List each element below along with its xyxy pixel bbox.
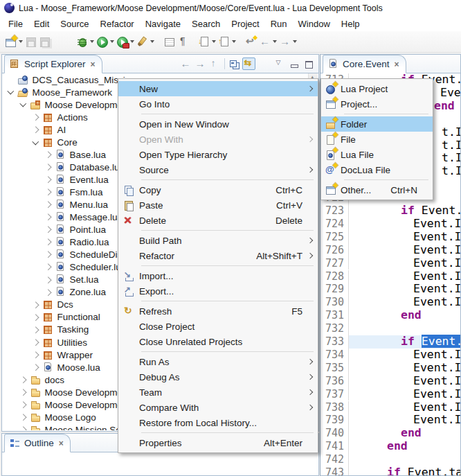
chevron-right-icon[interactable] [33,351,39,358]
code-line[interactable]: 730Event.I [321,296,460,309]
dropdown-arrow-icon[interactable] [130,40,134,43]
menu-item-file[interactable]: File [321,132,433,147]
dropdown-arrow-icon[interactable] [273,40,277,43]
menu-item-copy[interactable]: CopyCtrl+C [118,182,318,197]
chevron-right-icon[interactable] [45,289,51,295]
dropdown-arrow-icon[interactable] [232,40,236,43]
chevron-right-icon[interactable] [33,314,39,320]
code-line-current[interactable]: 733if Event. [321,335,460,349]
menu-item-build-path[interactable]: Build Path [118,233,318,248]
view-menu-button[interactable] [273,58,287,70]
close-icon[interactable]: × [59,439,64,448]
menu-item-run-as[interactable]: Run As [118,354,318,369]
menubar-item-project[interactable]: Project [226,17,264,30]
menu-item-restore-from-local-history-[interactable]: Restore from Local History... [118,415,318,430]
chevron-right-icon[interactable] [20,389,26,396]
last-edit-location-button[interactable] [244,33,258,50]
code-line[interactable]: 727Event.I [321,257,460,270]
run-button[interactable] [96,33,116,50]
menu-item-doclua-file[interactable]: DocLua File [321,162,433,177]
prev-annotation-button[interactable] [217,33,237,50]
menu-item-go-into[interactable]: Go Into [118,96,318,112]
dropdown-arrow-icon[interactable] [150,40,154,43]
chevron-right-icon[interactable] [45,214,51,220]
menubar-item-edit[interactable]: Edit [28,17,55,30]
menu-item-new[interactable]: New [118,81,318,96]
menu-item-open-type-hierarchy[interactable]: Open Type Hierarchy [118,147,318,162]
dropdown-arrow-icon[interactable] [19,40,23,43]
dropdown-arrow-icon[interactable] [110,40,114,43]
menu-item-other-[interactable]: Other...Ctrl+N [321,182,433,197]
menu-item-refresh[interactable]: RefreshF5 [118,303,318,319]
close-icon[interactable]: × [395,60,399,69]
code-line[interactable]: 739Event.I [321,414,460,427]
chevron-right-icon[interactable] [20,427,26,430]
code-line[interactable]: 738Event.I [321,401,460,414]
dropdown-arrow-icon[interactable] [293,40,297,43]
tab-outline[interactable]: Outline × [4,434,71,452]
menubar-item-refactor[interactable]: Refactor [95,17,140,30]
menu-item-team[interactable]: Team [118,385,318,400]
dropdown-arrow-icon[interactable] [212,40,216,43]
menu-item-debug-as[interactable]: Debug As [118,369,318,385]
code-line[interactable]: 736Event.I [321,375,460,388]
chevron-right-icon[interactable] [33,326,39,333]
menubar-item-help[interactable]: Help [336,17,365,30]
new-wizard-button[interactable] [4,33,24,50]
next-annotation-button[interactable] [197,33,217,50]
code-line[interactable]: 735Event.I [321,362,460,375]
menu-item-delete[interactable]: DeleteDelete [118,213,318,228]
chevron-right-icon[interactable] [20,377,26,383]
chevron-right-icon[interactable] [45,202,51,208]
chevron-right-icon[interactable] [33,301,39,308]
menu-item-import-[interactable]: Import... [118,268,318,283]
forward-button[interactable] [278,33,298,50]
menu-item-close-unrelated-projects[interactable]: Close Unrelated Projects [118,334,318,349]
menu-item-close-project[interactable]: Close Project [118,319,318,334]
chevron-right-icon[interactable] [20,414,26,421]
back-history-button[interactable] [179,58,192,70]
code-line[interactable]: 737Event.I [321,388,460,401]
close-icon[interactable]: × [91,60,96,69]
block-selection-button[interactable] [163,33,177,50]
code-line[interactable]: 724Event.I [321,218,460,231]
menu-item-export-[interactable]: Export... [118,283,318,299]
chevron-right-icon[interactable] [45,239,51,245]
minimize-button[interactable] [288,58,301,70]
menubar-item-navigate[interactable]: Navigate [140,17,186,30]
menu-item-properties[interactable]: PropertiesAlt+Enter [118,435,318,450]
show-whitespace-button[interactable] [177,33,190,50]
code-line[interactable]: 743if Event.ta [321,466,460,475]
menu-item-lua-project[interactable]: Lua Project [321,81,433,96]
tab-core-event[interactable]: Core.Event × [323,55,406,73]
back-button[interactable] [258,33,278,50]
chevron-right-icon[interactable] [45,252,51,258]
code-line[interactable]: 726Event.I [321,244,460,257]
menu-item-folder[interactable]: Folder [321,116,433,132]
code-line[interactable]: 728Event.I [321,270,460,283]
chevron-right-icon[interactable] [45,152,51,158]
menu-item-compare-with[interactable]: Compare With [118,400,318,415]
menu-item-refactor[interactable]: RefactorAlt+Shift+T [118,248,318,263]
code-line[interactable]: 732 [321,322,460,335]
chevron-right-icon[interactable] [45,189,51,195]
chevron-down-icon[interactable] [33,138,39,144]
forward-history-button[interactable] [194,58,207,70]
code-line[interactable]: 725Event.I [321,231,460,244]
menubar-item-window[interactable]: Window [293,17,336,30]
dropdown-arrow-icon[interactable] [90,40,94,43]
menu-item-source[interactable]: Source [118,162,318,177]
menubar-item-file[interactable]: File [3,17,28,30]
chevron-right-icon[interactable] [33,114,39,121]
up-button[interactable] [208,58,222,70]
chevron-right-icon[interactable] [45,227,51,233]
code-line[interactable]: 740end [321,427,460,440]
menu-item-lua-file[interactable]: Lua File [321,147,433,162]
chevron-down-icon[interactable] [20,100,26,107]
collapse-all-button[interactable] [228,58,241,70]
menubar-item-search[interactable]: Search [186,17,226,30]
chevron-right-icon[interactable] [45,164,51,170]
code-line[interactable]: 723if Event. [321,204,460,218]
menu-item-paste[interactable]: PasteCtrl+V [118,197,318,213]
chevron-right-icon[interactable] [33,364,39,370]
